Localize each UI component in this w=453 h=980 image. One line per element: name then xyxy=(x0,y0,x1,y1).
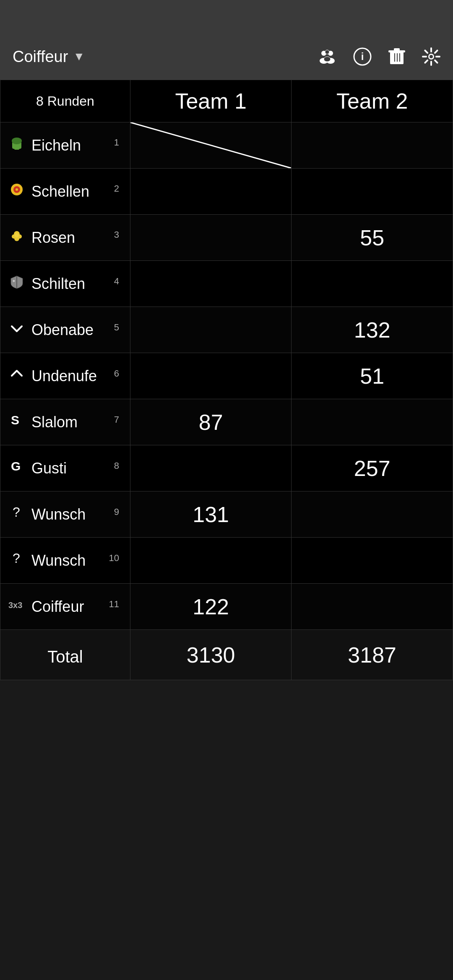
header-team1[interactable]: Team 1 xyxy=(130,80,292,122)
settings-icon[interactable] xyxy=(422,47,440,66)
total-row: Total31303187 xyxy=(0,630,453,680)
row-label-10[interactable]: 3x3Coiffeur11 xyxy=(0,584,130,630)
slalom-icon: S xyxy=(7,413,26,432)
row-label-7[interactable]: GGusti8 xyxy=(0,445,130,491)
status-bar xyxy=(0,0,453,34)
row-label-text: Rosen xyxy=(31,229,75,247)
row-label-text: Undenufe xyxy=(31,367,97,385)
row-label-5[interactable]: Undenufe6 xyxy=(0,353,130,399)
svg-rect-9 xyxy=(394,53,395,62)
table-row[interactable]: Rosen355 xyxy=(0,215,453,261)
svg-text:?: ? xyxy=(13,505,20,520)
svg-line-27 xyxy=(130,122,292,168)
coiffeur-icon: 3x3 xyxy=(7,597,26,616)
svg-line-22 xyxy=(435,50,437,53)
row-label-text: Wunsch xyxy=(31,552,86,569)
round-number: 7 xyxy=(114,414,119,425)
total-label: Total xyxy=(0,630,130,680)
row-label-2[interactable]: Rosen3 xyxy=(0,215,130,261)
svg-rect-11 xyxy=(399,53,400,62)
row-label-4[interactable]: Obenabe5 xyxy=(0,307,130,353)
total-team1: 3130 xyxy=(130,630,292,680)
delete-icon[interactable] xyxy=(388,47,405,66)
row-label-text: Coiffeur xyxy=(31,598,84,616)
svg-line-20 xyxy=(425,50,427,53)
table-row[interactable]: ?Wunsch9131 xyxy=(0,491,453,538)
row-label-text: Slalom xyxy=(31,413,78,431)
row-6-team1-value[interactable]: 87 xyxy=(130,399,292,445)
row-label-9[interactable]: ?Wunsch10 xyxy=(0,538,130,584)
table-row[interactable]: SSlalom787 xyxy=(0,399,453,445)
row-label-6[interactable]: SSlalom7 xyxy=(0,399,130,445)
svg-line-21 xyxy=(435,60,437,63)
table-row[interactable]: Schilten4 xyxy=(0,261,453,307)
app-title: Coiffeur xyxy=(13,48,68,66)
row-4-team2-value[interactable]: 132 xyxy=(292,307,453,353)
row-9-team1-value[interactable] xyxy=(130,538,292,584)
info-icon[interactable]: i xyxy=(353,47,372,66)
row-7-team1-value[interactable] xyxy=(130,445,292,491)
row-9-team2-value[interactable] xyxy=(292,538,453,584)
round-number: 11 xyxy=(109,599,119,610)
row-5-team1-value[interactable] xyxy=(130,353,292,399)
table-row[interactable]: Obenabe5132 xyxy=(0,307,453,353)
row-5-team2-value[interactable]: 51 xyxy=(292,353,453,399)
row-3-team2-value[interactable] xyxy=(292,261,453,307)
svg-text:?: ? xyxy=(13,551,20,566)
schellen-icon xyxy=(7,182,26,201)
round-number: 3 xyxy=(114,229,119,240)
rosen-icon xyxy=(7,228,26,247)
svg-line-23 xyxy=(425,60,427,63)
row-10-team1-value[interactable]: 122 xyxy=(130,584,292,630)
row-0-team1-value[interactable] xyxy=(130,122,292,169)
row-label-8[interactable]: ?Wunsch9 xyxy=(0,491,130,538)
table-header: 8 Runden Team 1 Team 2 xyxy=(0,80,453,122)
row-label-text: Schilten xyxy=(31,275,85,293)
row-label-text: Schellen xyxy=(31,183,89,200)
row-2-team2-value[interactable]: 55 xyxy=(292,215,453,261)
table-row[interactable]: Schellen2 xyxy=(0,169,453,215)
row-label-text: Obenabe xyxy=(31,321,94,339)
undenufe-icon xyxy=(7,367,26,385)
svg-point-5 xyxy=(324,57,331,62)
svg-text:S: S xyxy=(11,413,19,427)
table-row[interactable]: Eicheln1 xyxy=(0,122,453,169)
row-1-team2-value[interactable] xyxy=(292,169,453,215)
row-label-0[interactable]: Eicheln1 xyxy=(0,122,130,169)
table-row[interactable]: ?Wunsch10 xyxy=(0,538,453,584)
round-number: 5 xyxy=(114,322,119,333)
table-row[interactable]: GGusti8257 xyxy=(0,445,453,491)
round-number: 1 xyxy=(114,137,119,148)
row-8-team1-value[interactable]: 131 xyxy=(130,491,292,538)
obenabe-icon xyxy=(7,320,26,339)
header-rounds: 8 Runden xyxy=(0,80,130,122)
header-team2[interactable]: Team 2 xyxy=(292,80,453,122)
dropdown-arrow-icon[interactable]: ▼ xyxy=(73,50,85,63)
table-row[interactable]: 3x3Coiffeur11122 xyxy=(0,584,453,630)
group-icon[interactable] xyxy=(318,47,336,66)
svg-text:3x3: 3x3 xyxy=(8,600,22,610)
svg-text:i: i xyxy=(361,51,364,62)
eicheln-icon xyxy=(7,135,26,155)
svg-point-4 xyxy=(325,50,329,54)
row-label-1[interactable]: Schellen2 xyxy=(0,169,130,215)
svg-point-35 xyxy=(15,233,19,237)
svg-rect-13 xyxy=(394,48,400,51)
round-number: 8 xyxy=(114,460,119,471)
schilten-icon xyxy=(7,274,26,293)
row-1-team1-value[interactable] xyxy=(130,169,292,215)
row-0-team2-value[interactable] xyxy=(292,122,453,169)
row-10-team2-value[interactable] xyxy=(292,584,453,630)
table-row[interactable]: Undenufe651 xyxy=(0,353,453,399)
row-4-team1-value[interactable] xyxy=(130,307,292,353)
row-6-team2-value[interactable] xyxy=(292,399,453,445)
row-7-team2-value[interactable]: 257 xyxy=(292,445,453,491)
row-8-team2-value[interactable] xyxy=(292,491,453,538)
row-3-team1-value[interactable] xyxy=(130,261,292,307)
row-label-3[interactable]: Schilten4 xyxy=(0,261,130,307)
gusti-icon: G xyxy=(7,459,26,478)
svg-point-30 xyxy=(16,188,18,191)
svg-text:G: G xyxy=(11,459,21,473)
row-2-team1-value[interactable] xyxy=(130,215,292,261)
round-number: 6 xyxy=(114,368,119,379)
